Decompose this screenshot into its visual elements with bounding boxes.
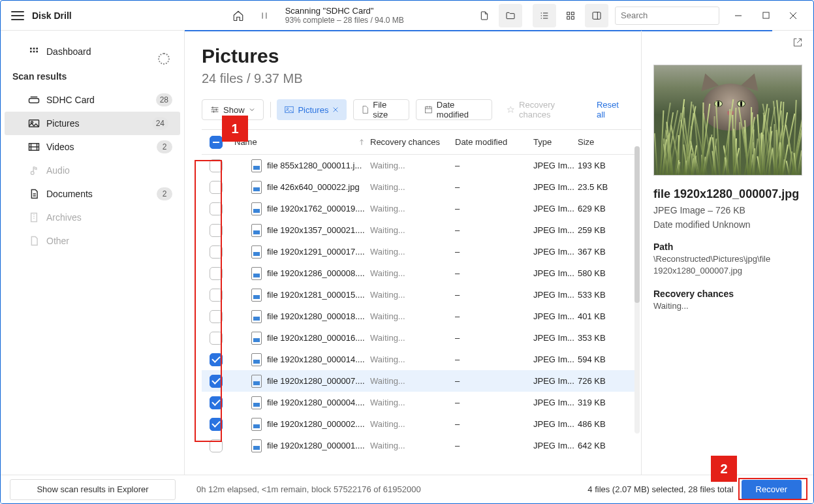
file-size: 629 KB xyxy=(578,204,623,213)
sidebar-item-other[interactable]: Other xyxy=(1,229,184,253)
file-type: JPEG Im... xyxy=(533,354,578,364)
dashboard-label: Dashboard xyxy=(46,46,91,57)
sidebar-footer: Show scan results in Explorer xyxy=(1,475,185,503)
recovery-status: Waiting... xyxy=(370,354,455,364)
table-row[interactable]: file 1920x1291_000017....Waiting...–JPEG… xyxy=(202,241,634,262)
col-type-header[interactable]: Type xyxy=(533,137,578,147)
annotation-2-box xyxy=(738,478,807,500)
recovery-status: Waiting... xyxy=(370,290,455,300)
scrollbar[interactable] xyxy=(634,146,640,433)
table-row[interactable]: file 1920x1357_000021....Waiting...–JPEG… xyxy=(202,219,634,241)
preview-path-value: \Reconstructed\Pictures\jpg\file 1920x12… xyxy=(653,253,802,277)
sidebar-item-documents[interactable]: Documents 2 xyxy=(1,182,184,206)
minimize-button[interactable] xyxy=(725,6,752,25)
folder-button[interactable] xyxy=(499,4,522,27)
file-name: file 426x640_000022.jpg xyxy=(267,182,360,192)
col-recovery-header[interactable]: Recovery chances xyxy=(370,137,455,147)
filesize-filter[interactable]: File size xyxy=(353,99,409,120)
table-row[interactable]: file 855x1280_000011.j...Waiting...–JPEG… xyxy=(202,155,634,176)
sidebar-dashboard[interactable]: Dashboard xyxy=(1,40,184,63)
recovery-status: Waiting... xyxy=(370,182,455,192)
sidebar-item-pictures[interactable]: Pictures 24 xyxy=(5,112,180,135)
col-size-header[interactable]: Size xyxy=(578,137,623,147)
pause-button[interactable] xyxy=(253,4,276,27)
close-icon[interactable] xyxy=(332,106,339,113)
table-header: Name Recovery chances Date modified Type… xyxy=(202,130,634,155)
table-row[interactable]: file 426x640_000022.jpgWaiting...–JPEG I… xyxy=(202,176,634,198)
file-name: file 1920x1280_000007.... xyxy=(267,376,365,386)
list-view-button[interactable] xyxy=(533,4,556,27)
svg-rect-10 xyxy=(30,51,32,53)
panel-toggle-button[interactable] xyxy=(585,4,608,27)
maximize-button[interactable] xyxy=(752,6,779,25)
sidebar-item-videos[interactable]: Videos 2 xyxy=(1,135,184,159)
preview-path-label: Path xyxy=(653,242,802,252)
grid-view-button[interactable] xyxy=(559,4,582,27)
file-icon xyxy=(251,159,262,172)
select-all-checkbox[interactable] xyxy=(210,136,223,149)
recovery-filter[interactable]: Recovery chances xyxy=(499,99,590,120)
menu-icon[interactable] xyxy=(11,11,24,20)
popout-icon[interactable] xyxy=(792,37,803,48)
file-size: 193 KB xyxy=(578,161,623,170)
sidebar-item-sdhc[interactable]: SDHC Card 28 xyxy=(1,88,184,112)
search-field[interactable] xyxy=(621,10,730,20)
date-filter[interactable]: Date modified xyxy=(416,99,492,120)
svg-rect-3 xyxy=(571,16,574,19)
file-name: file 1920x1280_000004.... xyxy=(267,398,365,407)
date-modified: – xyxy=(455,161,533,170)
archives-icon xyxy=(28,212,40,223)
file-type: JPEG Im... xyxy=(533,204,578,213)
file-name: file 855x1280_000011.j... xyxy=(267,161,362,170)
file-table: Name Recovery chances Date modified Type… xyxy=(202,129,641,475)
file-type: JPEG Im... xyxy=(533,398,578,407)
date-modified: – xyxy=(455,204,533,213)
date-modified: – xyxy=(455,354,533,364)
search-input[interactable] xyxy=(615,7,719,25)
table-row[interactable]: file 1920x1280_000002....Waiting...–JPEG… xyxy=(202,413,634,435)
table-row[interactable]: file 1920x1280_000016....Waiting...–JPEG… xyxy=(202,327,634,349)
table-row[interactable]: file 1920x1286_000008....Waiting...–JPEG… xyxy=(202,262,634,284)
col-date-header[interactable]: Date modified xyxy=(455,137,533,147)
recovery-status: Waiting... xyxy=(370,225,455,235)
preview-recovery-label: Recovery chances xyxy=(653,289,802,299)
svg-rect-7 xyxy=(30,48,32,50)
svg-rect-12 xyxy=(36,51,38,53)
recovery-status: Waiting... xyxy=(370,376,455,386)
table-row[interactable]: file 1920x1280_000007....Waiting...–JPEG… xyxy=(202,370,634,392)
file-size: 580 KB xyxy=(578,268,623,278)
col-name-header[interactable]: Name xyxy=(230,137,370,147)
sidebar-item-audio[interactable]: Audio xyxy=(1,159,184,182)
audio-icon xyxy=(28,165,40,176)
table-row[interactable]: file 1920x1281_000015....Waiting...–JPEG… xyxy=(202,284,634,306)
date-modified: – xyxy=(455,290,533,300)
file-name: file 1920x1286_000008.... xyxy=(267,268,365,278)
calendar-icon xyxy=(424,105,433,114)
file-icon-button[interactable] xyxy=(473,4,496,27)
home-button[interactable] xyxy=(227,4,250,27)
recovery-status: Waiting... xyxy=(370,441,455,450)
recovery-status: Waiting... xyxy=(370,333,455,343)
table-row[interactable]: file 1920x1280_000018....Waiting...–JPEG… xyxy=(202,306,634,327)
date-modified: – xyxy=(455,268,533,278)
file-type: JPEG Im... xyxy=(533,268,578,278)
pictures-icon xyxy=(28,119,40,128)
documents-icon xyxy=(28,189,40,199)
file-icon xyxy=(251,267,262,280)
dashboard-icon xyxy=(28,46,40,57)
pictures-filter-chip[interactable]: Pictures xyxy=(277,99,347,120)
close-button[interactable] xyxy=(779,6,807,25)
file-size: 319 KB xyxy=(578,398,623,407)
table-row[interactable]: file 1920x1280_000001....Waiting...–JPEG… xyxy=(202,435,634,456)
table-row[interactable]: file 1920x1762_000019....Waiting...–JPEG… xyxy=(202,198,634,219)
sidebar-item-archives[interactable]: Archives xyxy=(1,206,184,229)
preview-image xyxy=(653,65,802,176)
reset-filters-link[interactable]: Reset all xyxy=(597,100,627,119)
sidebar: Dashboard Scan results SDHC Card 28 Pict… xyxy=(1,31,185,475)
table-row[interactable]: file 1920x1280_000004....Waiting...–JPEG… xyxy=(202,392,634,413)
table-body: file 855x1280_000011.j...Waiting...–JPEG… xyxy=(202,155,634,475)
date-modified: – xyxy=(455,247,533,257)
table-row[interactable]: file 1920x1280_000014....Waiting...–JPEG… xyxy=(202,349,634,370)
svg-rect-1 xyxy=(571,12,574,14)
show-in-explorer-button[interactable]: Show scan results in Explorer xyxy=(10,479,176,500)
